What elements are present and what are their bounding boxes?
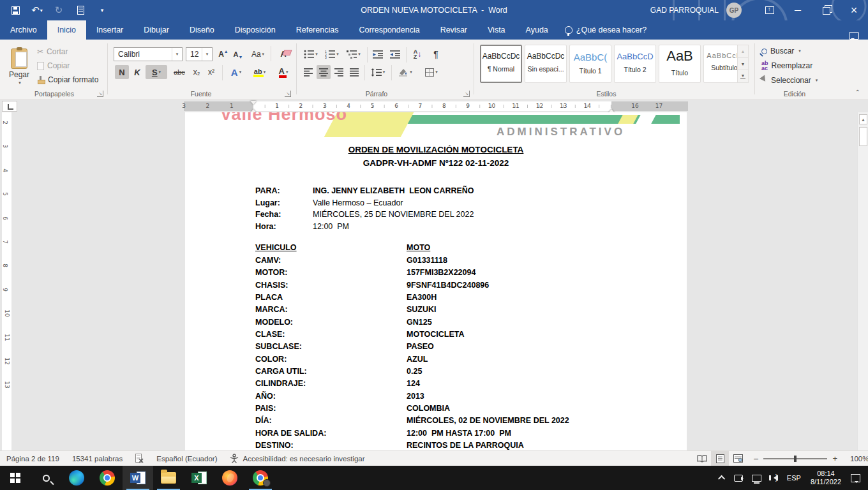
vertical-scrollbar[interactable]: ▲	[857, 112, 868, 450]
proofing-status[interactable]	[129, 454, 150, 463]
page-indicator[interactable]: Página 2 de 119	[0, 455, 66, 463]
numbering-button[interactable]: 123▾	[322, 47, 341, 61]
font-size-combo[interactable]: 12▾	[186, 47, 213, 61]
styles-more-button[interactable]: ▼	[738, 70, 748, 82]
web-layout-button[interactable]	[729, 451, 747, 466]
tray-clock[interactable]: 08:148/11/2022	[805, 470, 846, 486]
taskbar-excel[interactable]: X	[184, 466, 214, 490]
zoom-slider[interactable]	[763, 458, 827, 459]
sort-button[interactable]: AZ↓	[409, 47, 426, 61]
zoom-level[interactable]: 100%	[844, 455, 868, 463]
start-button[interactable]	[0, 466, 31, 490]
document-page[interactable]: Valle Hermoso ADMINISTRATIVO ORDEN DE MO…	[185, 112, 687, 450]
grow-font-button[interactable]: A▲	[216, 47, 230, 61]
align-center-button[interactable]	[317, 65, 331, 79]
action-center-button[interactable]	[846, 466, 868, 490]
style-titulo[interactable]: AaBTítulo	[659, 45, 701, 83]
tab-insertar[interactable]: Insertar	[86, 20, 133, 40]
vertical-ruler[interactable]: 2345678910111213	[2, 112, 11, 450]
tab-dibujar[interactable]: Dibujar	[133, 20, 179, 40]
taskbar-edge[interactable]	[61, 466, 92, 490]
zoom-in-button[interactable]: +	[832, 454, 837, 463]
highlight-color-button[interactable]: ab▾	[249, 65, 271, 79]
taskbar-word[interactable]: W	[123, 466, 153, 490]
font-name-dropdown-icon[interactable]: ▾	[172, 48, 182, 61]
paste-button[interactable]: Pegar▾	[5, 43, 33, 91]
tab-ayuda[interactable]: Ayuda	[516, 20, 558, 40]
style-titulo-2[interactable]: AaBbCcDTítulo 2	[614, 45, 656, 83]
font-name-combo[interactable]: Calibri▾	[114, 47, 183, 61]
shrink-font-button[interactable]: A▼	[231, 47, 245, 61]
collapse-ribbon-button[interactable]: ⌃	[855, 89, 860, 96]
subscript-button[interactable]: x₂	[190, 65, 204, 79]
tab-inicio[interactable]: Inicio	[47, 20, 86, 40]
taskbar-firefox[interactable]	[214, 466, 245, 490]
font-size-dropdown-icon[interactable]: ▾	[202, 48, 212, 61]
font-color-button[interactable]: A▾	[273, 65, 294, 79]
paragraph-dialog-launcher[interactable]	[463, 91, 470, 97]
ribbon-display-options-button[interactable]	[756, 0, 784, 20]
tab-archivo[interactable]: Archivo	[0, 20, 47, 40]
accessibility-status[interactable]: Accesibilidad: es necesario investigar	[223, 454, 371, 463]
taskbar-chrome-profile[interactable]	[245, 466, 276, 490]
tab-vista[interactable]: Vista	[477, 20, 516, 40]
line-spacing-button[interactable]: ▾	[368, 65, 388, 79]
tab-disposicion[interactable]: Disposición	[225, 20, 286, 40]
decrease-indent-button[interactable]	[370, 47, 385, 61]
text-effects-button[interactable]: A▾	[226, 65, 246, 79]
strikethrough-button[interactable]: abc	[170, 65, 188, 79]
format-painter-button[interactable]: Copiar formato	[37, 74, 98, 85]
borders-button[interactable]: ▾	[420, 65, 443, 79]
tell-me-box[interactable]: ¿Qué desea hacer?	[558, 20, 654, 40]
read-mode-button[interactable]	[693, 451, 711, 466]
replace-button[interactable]: abacReemplazar	[761, 61, 812, 71]
restore-button[interactable]	[812, 0, 840, 20]
font-dialog-launcher[interactable]	[285, 91, 291, 97]
align-left-button[interactable]	[301, 65, 315, 79]
show-paragraph-marks-button[interactable]: ¶	[429, 47, 443, 61]
comments-button[interactable]	[849, 32, 868, 40]
clipboard-dialog-launcher[interactable]	[97, 91, 103, 97]
scroll-up-button[interactable]: ▲	[859, 114, 867, 124]
language-indicator[interactable]: Español (Ecuador)	[150, 455, 223, 463]
justify-button[interactable]	[347, 65, 361, 79]
multilevel-list-button[interactable]: ▾	[343, 47, 364, 61]
tab-diseno[interactable]: Diseño	[179, 20, 225, 40]
tray-language[interactable]: ESP	[782, 466, 805, 490]
tab-revisar[interactable]: Revisar	[430, 20, 477, 40]
superscript-button[interactable]: x²	[204, 65, 218, 79]
copy-button[interactable]: Copiar	[37, 60, 70, 71]
taskbar-chrome[interactable]	[92, 466, 123, 490]
minimize-button[interactable]: ─	[784, 0, 812, 20]
account-avatar[interactable]: GP	[726, 3, 742, 18]
bullets-button[interactable]: ▾	[301, 47, 320, 61]
zoom-out-button[interactable]: −	[753, 454, 758, 464]
cut-button[interactable]: ✂Cortar	[37, 46, 68, 57]
find-button[interactable]: Buscar▾	[761, 47, 801, 56]
tray-network[interactable]	[747, 466, 766, 490]
styles-scroll-down-button[interactable]: ▼	[738, 58, 748, 71]
italic-button[interactable]: K	[131, 65, 144, 79]
align-right-button[interactable]	[332, 65, 346, 79]
horizontal-ruler[interactable]: 321 1234567891011121314 1617	[0, 100, 868, 112]
select-button[interactable]: Seleccionar▾	[761, 76, 818, 85]
account-name[interactable]: GAD PARROQUIAL	[650, 6, 719, 15]
tray-show-hidden-icons[interactable]	[715, 466, 730, 490]
tab-referencias[interactable]: Referencias	[286, 20, 349, 40]
zoom-slider-thumb[interactable]	[794, 456, 797, 462]
taskbar-search-button[interactable]	[31, 466, 61, 490]
change-case-button[interactable]: Aa▾	[248, 47, 267, 61]
tab-correspondencia[interactable]: Correspondencia	[348, 20, 430, 40]
style-sin-espaciado[interactable]: AaBbCcDcSin espaci...	[525, 45, 567, 83]
style-normal[interactable]: AaBbCcDc¶ Normal	[480, 45, 522, 83]
clear-formatting-button[interactable]: A	[274, 46, 292, 61]
print-layout-button[interactable]	[711, 451, 729, 466]
increase-indent-button[interactable]	[387, 47, 403, 61]
tray-volume[interactable]	[766, 466, 782, 490]
scrollbar-thumb[interactable]	[859, 127, 867, 146]
style-titulo-1[interactable]: AaBbC(Título 1	[569, 45, 611, 83]
taskbar-file-explorer[interactable]	[153, 466, 184, 490]
word-count[interactable]: 15341 palabras	[66, 455, 129, 463]
underline-button[interactable]: S▾	[146, 65, 167, 79]
styles-scroll-up-button[interactable]: ▲	[738, 45, 748, 58]
